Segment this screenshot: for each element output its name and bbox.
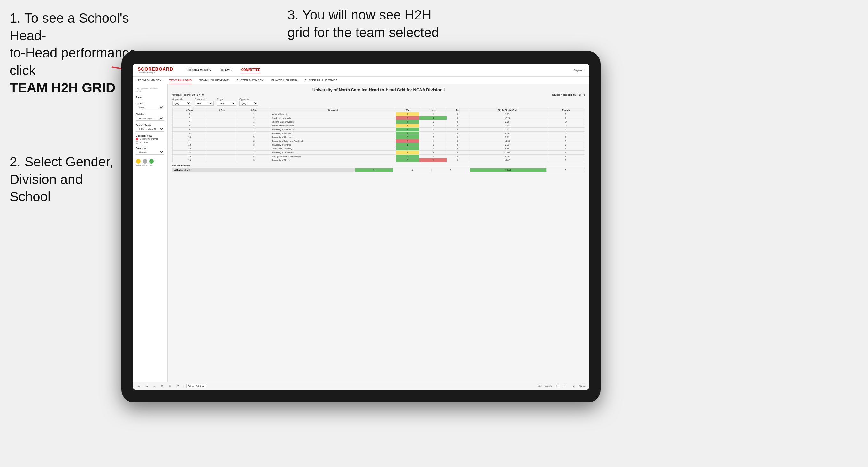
cell-conf: 4 xyxy=(237,155,271,158)
cell-conf: 3 xyxy=(237,158,271,162)
colour-by-label: Colour by xyxy=(136,147,164,149)
opponents-filter-select[interactable]: (All) xyxy=(172,101,191,106)
table-row: 3 2 Vanderbilt University 0 4 0 -2.29 8 xyxy=(173,116,585,120)
cell-tie: 0 xyxy=(447,155,468,158)
logo-text: SCOREBOARD xyxy=(138,66,173,71)
sub-nav-team-h2h-grid[interactable]: TEAM H2H GRID xyxy=(169,77,192,84)
back-btn[interactable]: ← xyxy=(152,384,157,388)
clock-btn[interactable]: ⏱ xyxy=(175,384,181,388)
cell-rounds: 9 xyxy=(547,158,585,162)
cell-win: 1 xyxy=(396,128,419,132)
nav-teams[interactable]: TEAMS xyxy=(220,67,231,73)
redo-btn[interactable]: ↪ xyxy=(144,384,149,388)
cell-reg xyxy=(207,116,237,120)
crop-btn[interactable]: ⊡ xyxy=(160,384,165,388)
cell-diff: 2.33 xyxy=(468,143,547,147)
sub-nav-player-summary[interactable]: PLAYER SUMMARY xyxy=(237,77,264,84)
cell-rank: 8 xyxy=(173,128,207,132)
radio-top100[interactable]: Top 100 xyxy=(136,141,164,144)
cell-loss: 0 xyxy=(420,155,447,158)
cell-win: 0 xyxy=(396,116,419,120)
nav-committee[interactable]: COMMITTEE xyxy=(241,67,260,73)
colour-by-select[interactable]: Win/loss xyxy=(136,150,164,155)
cell-tie: 0 xyxy=(447,120,468,124)
grid-records: Overall Record: 89 - 17 - 0 Division Rec… xyxy=(172,93,585,96)
cell-diff: 3.67 xyxy=(468,128,547,132)
cell-conf: 6 xyxy=(237,139,271,143)
out-row: NCAA Division II 1 0 0 26.00 3 xyxy=(173,168,585,172)
conference-filter-select[interactable]: (All) xyxy=(194,101,214,106)
table-row: 2 1 Auburn University 2 1 0 1.67 9 xyxy=(173,113,585,116)
opponent-view-label: Opponent View xyxy=(136,135,164,137)
cell-opponent: Florida State University xyxy=(271,124,396,128)
add-btn[interactable]: ⊕ xyxy=(167,384,173,388)
col-rank: # Rank xyxy=(173,108,207,113)
comment-btn[interactable]: 💬 xyxy=(555,384,561,388)
radio-opponents-played[interactable]: Opponents Played xyxy=(136,138,164,140)
cell-conf: 2 xyxy=(237,116,271,120)
table-row: 6 2 Florida State University 1 2 0 1.83 … xyxy=(173,124,585,128)
cell-reg xyxy=(207,151,237,155)
cell-rounds: 9 xyxy=(547,147,585,151)
gender-select[interactable]: Men's xyxy=(136,105,164,110)
radio-dot-2 xyxy=(136,141,138,144)
grid-title: University of North Carolina Head-to-Hea… xyxy=(172,88,585,92)
legend-dot-down xyxy=(136,159,141,163)
cell-rank: 13 xyxy=(173,147,207,151)
share-btn[interactable]: ↗ xyxy=(571,384,576,388)
cell-loss: 0 xyxy=(420,147,447,151)
cell-reg xyxy=(207,155,237,158)
legend-down: Down xyxy=(136,159,141,166)
bottom-toolbar: ↩ ↪ ← ⊡ ⊕ ⏱ | View: Original 👁 Watch 💬 ⛶… xyxy=(132,382,589,390)
cell-win: 3 xyxy=(396,135,419,139)
cell-loss: 2 xyxy=(420,151,447,155)
cell-conf: 1 xyxy=(237,113,271,116)
annotation-2: 2. Select Gender, Division and School xyxy=(9,153,131,206)
col-loss: Loss xyxy=(420,108,447,113)
tablet-screen: SCOREBOARD Powered by clippi TOURNAMENTS… xyxy=(132,64,589,390)
cell-conf: 1 xyxy=(237,120,271,124)
cell-rounds: 17 xyxy=(547,120,585,124)
table-row: 14 2 University of Oklahoma 1 2 0 -1.00 … xyxy=(173,151,585,155)
division-select[interactable]: NCAA Division I xyxy=(136,116,164,121)
cell-opponent: Georgia Institute of Technology xyxy=(271,155,396,158)
cell-reg xyxy=(207,124,237,128)
cell-rank: 15 xyxy=(173,155,207,158)
table-row: 11 6 University of Arkansas, Fayettevill… xyxy=(173,139,585,143)
team-label: Team xyxy=(136,96,164,98)
sign-out[interactable]: Sign out xyxy=(574,69,584,72)
school-select[interactable]: 1. University of Nort... xyxy=(136,127,164,132)
view-original-btn[interactable]: View: Original xyxy=(186,384,206,388)
table-row: 16 3 University of Florida 3 1 0 -6.42 9 xyxy=(173,158,585,162)
cell-diff: -1.00 xyxy=(468,151,547,155)
cell-diff: 4.50 xyxy=(468,155,547,158)
cell-rounds: 2 xyxy=(547,132,585,135)
watch-label: Watch xyxy=(545,384,552,387)
region-filter-select[interactable]: (All) xyxy=(217,101,236,106)
cell-diff: 2.61 xyxy=(468,135,547,139)
present-btn[interactable]: ⛶ xyxy=(563,384,569,388)
cell-loss: 0 xyxy=(420,128,447,132)
col-win: Win xyxy=(396,108,419,113)
cell-loss: 0 xyxy=(420,143,447,147)
nav-tournaments[interactable]: TOURNAMENTS xyxy=(186,67,211,73)
cell-reg xyxy=(207,128,237,132)
sub-nav-team-h2h-heatmap[interactable]: TEAM H2H HEATMAP xyxy=(199,77,229,84)
cell-conf: 3 xyxy=(237,132,271,135)
cell-diff: 5.56 xyxy=(468,147,547,151)
sub-nav-player-h2h-heatmap[interactable]: PLAYER H2H HEATMAP xyxy=(305,77,338,84)
cell-win: 3 xyxy=(396,158,419,162)
cell-opponent: University of Alabama xyxy=(271,135,396,139)
last-updated: Last Updated: 27/03/2024 16:55:38 xyxy=(136,88,164,93)
sub-nav-team-summary[interactable]: TEAM SUMMARY xyxy=(138,77,161,84)
table-row: 12 3 University of Virginia 1 0 0 2.33 3 xyxy=(173,143,585,147)
watch-btn[interactable]: 👁 xyxy=(537,384,542,388)
opponent-filter-select[interactable]: (All) xyxy=(239,101,258,106)
table-row: 8 2 University of Washington 1 0 0 3.67 … xyxy=(173,128,585,132)
undo-btn[interactable]: ↩ xyxy=(136,384,142,388)
sub-nav-player-h2h-grid[interactable]: PLAYER H2H GRID xyxy=(271,77,297,84)
cell-win: 6 xyxy=(396,155,419,158)
cell-tie: 0 xyxy=(447,139,468,143)
sub-nav: TEAM SUMMARY TEAM H2H GRID TEAM H2H HEAT… xyxy=(132,77,589,84)
school-label: School (Rank) xyxy=(136,124,164,126)
